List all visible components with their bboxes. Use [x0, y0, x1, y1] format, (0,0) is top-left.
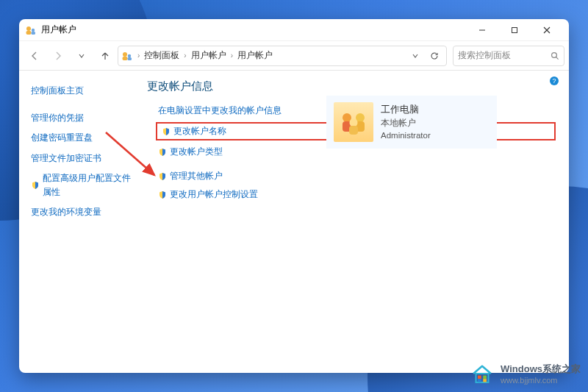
control-panel-window: 用户帐户 › 控制面板 › 用户帐户 › 用户帐户 搜索控制面板	[19, 19, 569, 373]
search-input[interactable]: 搜索控制面板	[453, 46, 564, 66]
navigation-bar: › 控制面板 › 用户帐户 › 用户帐户 搜索控制面板	[19, 41, 569, 71]
account-info: 工作电脑 本地帐户 Administrator	[381, 102, 431, 142]
up-button[interactable]	[94, 45, 116, 67]
svg-point-8	[123, 52, 127, 57]
close-button[interactable]	[531, 20, 563, 40]
breadcrumb[interactable]: › 控制面板 › 用户帐户 › 用户帐户	[118, 46, 447, 66]
svg-rect-3	[32, 32, 36, 35]
watermark-brand: Windows系统之家	[501, 363, 581, 376]
breadcrumb-dropdown[interactable]	[406, 47, 424, 65]
sidebar-link-advanced-profile[interactable]: 配置高级用户配置文件属性	[31, 168, 134, 202]
account-type: 本地帐户	[381, 117, 431, 129]
avatar	[334, 102, 373, 142]
svg-point-9	[128, 54, 131, 57]
refresh-button[interactable]	[426, 47, 443, 65]
svg-rect-11	[128, 57, 132, 60]
svg-rect-2	[26, 31, 32, 35]
user-accounts-icon	[121, 50, 133, 62]
crumb-user-accounts[interactable]: 用户帐户	[188, 48, 229, 63]
minimize-button[interactable]	[466, 20, 498, 40]
chevron-right-icon: ›	[184, 51, 186, 60]
chevron-right-icon: ›	[137, 51, 140, 60]
shield-icon	[162, 127, 171, 136]
svg-rect-21	[476, 374, 489, 382]
recent-dropdown[interactable]	[71, 45, 93, 67]
svg-point-17	[356, 113, 365, 122]
sidebar-link-encryption-certs[interactable]: 管理文件加密证书	[31, 149, 134, 168]
link-manage-other-accounts[interactable]: 管理其他帐户	[156, 169, 556, 183]
sidebar: 控制面板主页 管理你的凭据 创建密码重置盘 管理文件加密证书 配置高级用户配置文…	[19, 71, 141, 373]
svg-point-15	[343, 113, 351, 122]
search-placeholder: 搜索控制面板	[458, 49, 511, 62]
account-name: 工作电脑	[381, 102, 431, 117]
watermark-house-icon	[470, 361, 495, 386]
sidebar-link-credentials[interactable]: 管理你的凭据	[31, 108, 134, 128]
crumb-control-panel[interactable]: 控制面板	[141, 48, 182, 63]
svg-rect-25	[483, 379, 487, 382]
content-area: ? 控制面板主页 管理你的凭据 创建密码重置盘 管理文件加密证书 配置高级用户配…	[19, 71, 569, 373]
shield-icon	[158, 148, 167, 157]
account-role: Administrator	[381, 129, 431, 142]
svg-rect-23	[483, 376, 487, 379]
search-icon	[551, 51, 559, 60]
control-panel-home-link[interactable]: 控制面板主页	[31, 81, 134, 101]
svg-rect-5	[512, 27, 517, 32]
watermark-url: www.bjjmlv.com	[501, 376, 581, 385]
crumb-user-accounts-2[interactable]: 用户帐户	[234, 48, 276, 63]
svg-line-13	[556, 57, 559, 59]
svg-point-19	[350, 119, 358, 127]
back-button[interactable]	[24, 45, 46, 67]
account-card: 工作电脑 本地帐户 Administrator	[326, 96, 497, 149]
sidebar-link-password-reset[interactable]: 创建密码重置盘	[31, 128, 134, 148]
page-heading: 更改帐户信息	[147, 79, 556, 93]
svg-rect-24	[478, 379, 481, 382]
svg-rect-20	[349, 126, 358, 135]
forward-button[interactable]	[47, 45, 69, 67]
titlebar: 用户帐户	[19, 19, 569, 41]
sidebar-link-env-vars[interactable]: 更改我的环境变量	[31, 202, 134, 222]
shield-icon	[158, 190, 167, 199]
maximize-button[interactable]	[498, 20, 531, 40]
svg-rect-10	[123, 57, 128, 60]
main-panel: 更改帐户信息 在电脑设置中更改我的帐户信息 更改帐户名称 更改帐户类型 管理其他…	[141, 71, 569, 373]
window-title: 用户帐户	[41, 24, 76, 36]
svg-point-0	[26, 26, 31, 31]
svg-rect-22	[478, 376, 481, 379]
shield-icon	[31, 181, 40, 190]
chevron-right-icon: ›	[231, 51, 233, 60]
svg-point-12	[552, 52, 557, 57]
shield-icon	[158, 172, 167, 181]
watermark: Windows系统之家 www.bjjmlv.com	[470, 361, 581, 386]
svg-point-1	[32, 28, 35, 31]
link-uac-settings[interactable]: 更改用户帐户控制设置	[156, 188, 556, 202]
user-accounts-icon	[25, 24, 37, 36]
